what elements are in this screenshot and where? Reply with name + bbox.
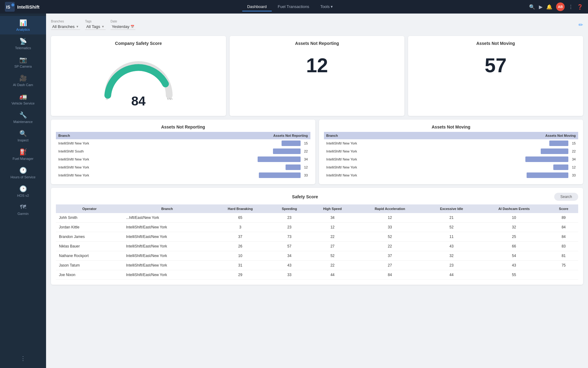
col-score: Score xyxy=(549,204,578,213)
vehicle-service-icon: 🚛 xyxy=(19,93,27,100)
sidebar-label-fuel-manager: Fuel Manager xyxy=(13,157,33,160)
branch-cell: IntelliShift/East/New York xyxy=(123,251,211,261)
sidebar-item-telematics[interactable]: 📡 Telematics xyxy=(0,34,46,53)
user-avatar[interactable]: AB xyxy=(556,2,565,11)
col-branch-1: Branch xyxy=(56,132,156,139)
search-icon[interactable]: 🔍 xyxy=(529,4,535,10)
tags-value: All Tags xyxy=(86,24,100,29)
speeding-cell: 23 xyxy=(269,223,309,232)
sidebar-item-fuel-manager[interactable]: ⛽ Fuel Manager xyxy=(0,145,46,164)
bar-charts-row: Assets Not Reporting Branch Assets Not R… xyxy=(51,120,583,184)
sidebar-item-vehicle-service[interactable]: 🚛 Vehicle Service xyxy=(0,90,46,108)
sidebar-label-telematics: Telematics xyxy=(15,46,31,50)
assets-not-moving-card: Assets Not Moving 57 xyxy=(408,36,583,116)
col-rapid-accel: Rapid Acceleration xyxy=(356,204,424,213)
excessive-idle-cell: 52 xyxy=(424,223,479,232)
table-row: Joe Nixon IntelliShift/East/New York 29 … xyxy=(56,270,578,280)
svg-text:IS: IS xyxy=(6,5,10,10)
app-logo[interactable]: IS IntelliShift xyxy=(5,2,51,12)
search-button[interactable]: Search xyxy=(554,193,578,201)
date-label: Date xyxy=(111,20,135,23)
help-icon[interactable]: ❓ xyxy=(577,4,583,10)
operator-cell: Niklas Bauer xyxy=(56,242,123,251)
branches-filter[interactable]: Branches All Branches ▼ xyxy=(51,20,80,30)
tags-chevron: ▼ xyxy=(101,25,104,28)
assets-not-reporting-title: Assets Not Reporting xyxy=(235,41,400,46)
ai-dashcam-icon: 🎥 xyxy=(19,74,27,82)
table-row: Niklas Bauer IntelliShift/East/New York … xyxy=(56,242,578,251)
high-speed-cell: 22 xyxy=(309,261,356,270)
table-row: Johh Smith ...hift/East/New York 65 23 3… xyxy=(56,213,578,223)
nav-dashboard[interactable]: Dashboard xyxy=(242,2,272,11)
sidebar-item-hours-of-service[interactable]: 🕐 Hours of Service xyxy=(0,164,46,182)
nav-tools[interactable]: Tools ▾ xyxy=(315,2,338,11)
col-excessive-idle: Excessive Idle xyxy=(424,204,479,213)
tags-select[interactable]: All Tags ▼ xyxy=(85,24,106,30)
score-cell: 84 xyxy=(549,223,578,232)
sidebar-item-garmin[interactable]: 🗺 Garmin xyxy=(0,200,46,219)
branches-label: Branches xyxy=(51,20,80,23)
table-row: Nathane Rockport IntelliShift/East/New Y… xyxy=(56,251,578,261)
hard-braking-cell: 31 xyxy=(211,261,270,270)
ai-dashcam-cell: 43 xyxy=(479,261,549,270)
branch-cell: IntelliShift/ New York xyxy=(56,163,156,171)
maintenance-icon: 🔧 xyxy=(19,111,27,119)
assets-not-reporting-count: 12 xyxy=(235,48,400,83)
assets-not-reporting-card: Assets Not Reporting 12 xyxy=(230,36,405,116)
more-icon[interactable]: ⋮ xyxy=(568,4,573,10)
hos-icon: 🕐 xyxy=(19,167,27,174)
branch-cell: IntelliShift/East/New York xyxy=(123,232,211,242)
tags-filter[interactable]: Tags All Tags ▼ xyxy=(85,20,106,30)
excessive-idle-cell: 11 xyxy=(424,232,479,242)
excessive-idle-cell: 44 xyxy=(424,270,479,280)
sidebar-item-hos-v2[interactable]: 🕑 HOS v2 xyxy=(0,182,46,200)
col-value-2: Assets Not Moving xyxy=(424,132,578,139)
sidebar-item-analytics[interactable]: 📊 Analytics xyxy=(0,16,46,34)
safety-score-title: Company Safety Score xyxy=(56,41,221,46)
score-cell xyxy=(549,270,578,280)
company-safety-score-card: Company Safety Score 0 100 84 xyxy=(51,36,226,116)
sidebar-more[interactable]: ⋮ xyxy=(0,351,46,366)
operator-cell: Jordan Kittle xyxy=(56,223,123,232)
branch-cell: IntelliShift/ New York xyxy=(56,171,156,179)
high-speed-cell: 44 xyxy=(309,270,356,280)
assets-not-moving-title: Assets Not Moving xyxy=(413,41,578,46)
hard-braking-cell: 37 xyxy=(211,232,270,242)
branch-cell: IntelliShift/ New York xyxy=(324,155,424,163)
top-navigation: IS IntelliShift Dashboard Fuel Transacti… xyxy=(0,0,588,14)
ai-dashcam-cell: 54 xyxy=(479,251,549,261)
value-cell: 15 xyxy=(156,139,310,147)
hard-braking-cell: 3 xyxy=(211,223,270,232)
speeding-cell: 43 xyxy=(269,261,309,270)
safety-table-title: Safety Score xyxy=(56,194,554,199)
table-row: IntelliShift/ New York 22 xyxy=(324,147,578,155)
edit-button[interactable]: ✏ xyxy=(578,22,583,28)
play-icon[interactable]: ▶ xyxy=(539,4,543,10)
excessive-idle-cell: 23 xyxy=(424,261,479,270)
main-content: Branches All Branches ▼ Tags All Tags ▼ … xyxy=(46,14,588,368)
col-ai-dashcam: AI Dashcam Events xyxy=(479,204,549,213)
sidebar-item-maintenance[interactable]: 🔧 Maintenance xyxy=(0,108,46,127)
sidebar-item-sp-camera[interactable]: 📷 SP Camera xyxy=(0,53,46,71)
branch-cell: IntelliShift/East/New York xyxy=(123,270,211,280)
bell-icon[interactable]: 🔔 xyxy=(546,4,552,10)
rapid-accel-cell: 22 xyxy=(356,242,424,251)
sidebar-item-ai-dash-cam[interactable]: 🎥 AI Dash Cam xyxy=(0,71,46,90)
high-speed-cell: 12 xyxy=(309,223,356,232)
excessive-idle-cell: 21 xyxy=(424,213,479,223)
sidebar-item-inspect[interactable]: 🔍 Inspect xyxy=(0,127,46,145)
branch-cell: IntelliShift/East/New York xyxy=(123,242,211,251)
date-filter[interactable]: Date Yesterday 📅 xyxy=(111,20,135,30)
svg-point-2 xyxy=(11,3,14,6)
date-select[interactable]: Yesterday 📅 xyxy=(111,24,135,30)
hard-braking-cell: 29 xyxy=(211,270,270,280)
branch-cell: IntelliShift/ New York xyxy=(324,139,424,147)
table-row: IntelliShift/ New York 12 xyxy=(56,163,310,171)
nav-fuel[interactable]: Fuel Transactions xyxy=(273,2,314,11)
branch-cell: IntelliShift/East/New York xyxy=(123,261,211,270)
assets-not-reporting-chart-card: Assets Not Reporting Branch Assets Not R… xyxy=(51,120,315,184)
table-row: Brandon James IntelliShift/East/New York… xyxy=(56,232,578,242)
branch-cell: ...hift/East/New York xyxy=(123,213,211,223)
branches-select[interactable]: All Branches ▼ xyxy=(51,24,80,30)
col-operator: Operator xyxy=(56,204,123,213)
